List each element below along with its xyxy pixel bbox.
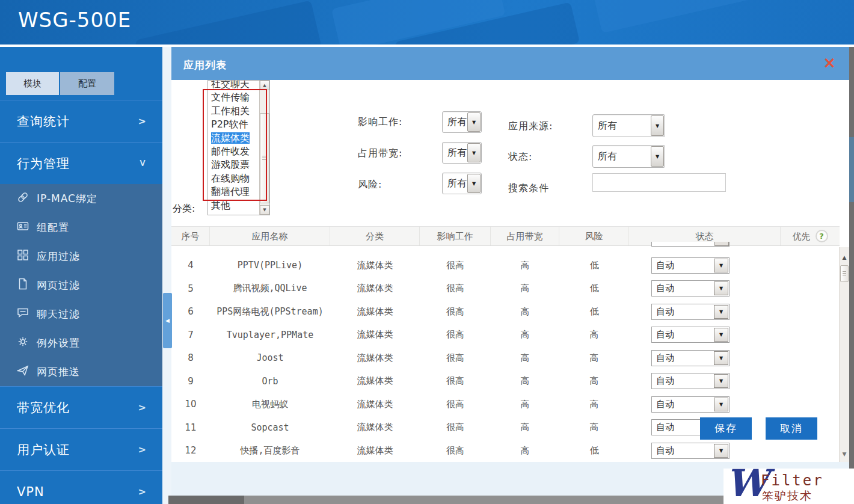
status-select[interactable]: 自动▼	[651, 280, 730, 297]
help-icon[interactable]: ?	[816, 230, 828, 242]
category-list-scrollbar[interactable]: ▲ ▼	[259, 81, 269, 215]
category-option-文件传输[interactable]: 文件传输	[208, 91, 259, 104]
collapse-sidebar-icon: ◀	[165, 318, 170, 324]
chevron-down-icon[interactable]: ▼	[714, 328, 728, 342]
save-button[interactable]: 保存	[700, 417, 752, 440]
status-select-value: 自动	[652, 258, 713, 273]
status-select[interactable]: 自动▼	[651, 373, 730, 389]
chevron-down-icon[interactable]: ▼	[467, 143, 481, 162]
sidebar-section-查询统计[interactable]: 查询统计>	[0, 100, 162, 142]
table-header: 序号 应用名称 分类 影响工作 占用带宽 风险 状态 优先 ?	[171, 226, 840, 246]
cell-category: 流媒体类	[330, 329, 420, 340]
scroll-down-icon[interactable]: ▼	[260, 205, 269, 215]
cell-no: 4	[171, 260, 210, 271]
category-listbox[interactable]: 社交聊天文件传输工作相关P2P软件流媒体类邮件收发游戏股票在线购物翻墙代理其他 …	[207, 80, 270, 215]
category-option-游戏股票[interactable]: 游戏股票	[208, 158, 259, 171]
cancel-button[interactable]: 取消	[766, 417, 817, 440]
status-select[interactable]: 自动▼	[651, 304, 730, 320]
sidebar-item-应用过滤[interactable]: 应用过滤	[0, 242, 162, 271]
sidebar-collapse-handle[interactable]: ◀	[163, 293, 172, 348]
status-select[interactable]: 自动▼	[651, 443, 730, 459]
impact-filter-select[interactable]: 所有 ▼	[442, 111, 482, 133]
sidebar-section-用户认证[interactable]: 用户认证>	[0, 428, 162, 470]
bandwidth-filter-select[interactable]: 所有 ▼	[442, 142, 482, 164]
horizontal-scrollbar-thumb[interactable]	[168, 496, 244, 504]
search-input[interactable]	[592, 173, 726, 192]
cell-app-name: Sopcast	[210, 422, 330, 433]
category-option-P2P软件[interactable]: P2P软件	[208, 118, 259, 131]
chevron-down-icon[interactable]: ▼	[467, 174, 481, 193]
sidebar-item-组配置[interactable]: 组配置	[0, 213, 162, 242]
category-option-邮件收发[interactable]: 邮件收发	[208, 145, 259, 158]
chat-icon	[17, 307, 29, 321]
status-select-value: 自动	[652, 397, 713, 412]
category-option-其他[interactable]: 其他	[208, 199, 259, 212]
cell-impact: 很高	[420, 375, 491, 387]
chevron-down-icon[interactable]: ▼	[467, 112, 481, 132]
sidebar-item-网页推送[interactable]: 网页推送	[0, 357, 162, 386]
chevron-down-icon[interactable]: ▼	[714, 444, 728, 458]
cell-risk: 高	[559, 422, 629, 433]
status-select-value: 自动	[652, 327, 713, 342]
sidebar-section-VPN[interactable]: VPN>	[0, 470, 162, 504]
category-option-在线购物[interactable]: 在线购物	[208, 172, 259, 185]
sidebar-item-例外设置[interactable]: 例外设置	[0, 328, 162, 357]
sidebar-item-网页过滤[interactable]: 网页过滤	[0, 271, 162, 300]
sidebar-section-行为管理[interactable]: 行为管理>	[0, 142, 162, 184]
category-option-流媒体类[interactable]: 流媒体类	[208, 132, 259, 145]
sidebar-item-聊天过滤[interactable]: 聊天过滤	[0, 300, 162, 328]
scrollbar-thumb[interactable]	[260, 113, 269, 203]
chevron-down-icon[interactable]: ▼	[714, 305, 728, 319]
category-option-工作相关[interactable]: 工作相关	[208, 105, 259, 118]
sidebar-item-IP-MAC绑定[interactable]: IP-MAC绑定	[0, 184, 162, 213]
chevron-down-icon[interactable]: ▼	[651, 115, 664, 136]
cell-status: 自动▼	[629, 327, 781, 343]
scroll-up-icon[interactable]: ▲	[840, 254, 849, 260]
status-select[interactable]: 自动▼	[651, 257, 730, 274]
status-select-value: 自动	[652, 281, 713, 296]
sidebar-section-带宽优化[interactable]: 带宽优化>	[0, 386, 162, 428]
cell-status: 自动▼	[629, 280, 781, 297]
status-select[interactable]: 自动▼	[651, 327, 730, 343]
impact-filter-label: 影响工作:	[358, 116, 402, 129]
tab-config[interactable]: 配置	[60, 72, 114, 95]
sidebar-nav: 查询统计>行为管理>IP-MAC绑定组配置应用过滤网页过滤聊天过滤例外设置网页推…	[0, 100, 162, 504]
risk-filter-select[interactable]: 所有 ▼	[442, 173, 482, 194]
scroll-down-icon[interactable]: ▼	[840, 451, 849, 457]
category-option-翻墙代理[interactable]: 翻墙代理	[208, 185, 259, 198]
chevron-down-icon[interactable]: ▼	[714, 351, 728, 365]
status-filter-select[interactable]: 所有 ▼	[592, 145, 665, 168]
status-select-value: 自动	[652, 351, 713, 366]
scroll-up-icon[interactable]: ▲	[260, 81, 269, 90]
cell-status: 自动▼	[629, 257, 781, 274]
col-header-no: 序号	[171, 227, 210, 245]
chevron-down-icon[interactable]: ▼	[651, 146, 664, 167]
chevron-down-icon[interactable]: ▼	[714, 374, 728, 388]
chevron-down-icon[interactable]: ▼	[714, 281, 728, 295]
status-select[interactable]: 自动▼	[651, 396, 730, 413]
cell-no: 9	[171, 376, 210, 387]
cell-app-name: Tvuplayer,PPMate	[210, 330, 330, 340]
chevron-down-icon[interactable]: ▼	[714, 398, 728, 411]
cell-category: 流媒体类	[330, 352, 420, 364]
send-icon	[17, 364, 29, 379]
cell-status: 自动▼	[629, 350, 781, 366]
source-filter-select[interactable]: 所有 ▼	[592, 114, 665, 137]
sidebar-item-label: 网页推送	[37, 365, 80, 379]
category-option-社交聊天[interactable]: 社交聊天	[208, 80, 259, 91]
sidebar-item-label: 组配置	[37, 221, 69, 235]
status-select[interactable]: 自动▼	[651, 350, 730, 366]
sidebar-item-label: 例外设置	[37, 336, 80, 350]
chevron-down-icon[interactable]: ▼	[714, 259, 728, 272]
cell-bandwidth: 高	[491, 352, 559, 364]
sidebar-section-label: VPN	[17, 485, 45, 499]
cell-no: 6	[171, 306, 210, 317]
tab-modules[interactable]: 模块	[6, 72, 59, 95]
cell-bandwidth: 高	[491, 329, 559, 340]
table-vertical-scrollbar[interactable]: ▲ ▼	[839, 247, 849, 462]
sidebar-section-label: 查询统计	[17, 113, 70, 130]
cell-risk: 低	[559, 283, 629, 294]
sidebar-submenu: IP-MAC绑定组配置应用过滤网页过滤聊天过滤例外设置网页推送	[0, 184, 162, 386]
close-icon[interactable]: ×	[823, 54, 836, 71]
scrollbar-thumb[interactable]	[840, 265, 849, 282]
